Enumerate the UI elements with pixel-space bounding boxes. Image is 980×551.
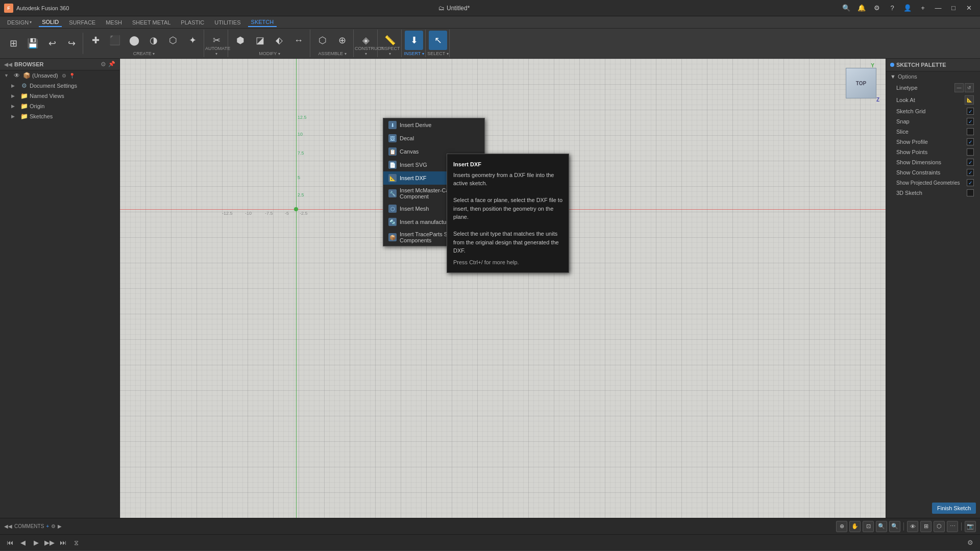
canvas-area[interactable]: 12.5 10 7.5 5 2.5 -12.5 -10 -7.5 -5 -2.5… <box>120 59 886 518</box>
timeline-prev-btn[interactable]: ⏮ <box>4 537 15 548</box>
show-projected-checkbox[interactable]: ✓ <box>967 179 974 186</box>
look-at-label: Look At <box>896 97 965 103</box>
browser-item-unsaved[interactable]: ▼ 👁 📦 (Unsaved) ⚙ 📍 <box>0 70 119 81</box>
insert-icon: ⬇ <box>410 36 418 45</box>
y-axis-label-10: 10 <box>298 132 303 137</box>
design-tab[interactable]: DESIGN ▾ <box>4 18 35 27</box>
notification-button[interactable]: 🔔 <box>854 3 869 13</box>
assemble-icon2: ⊕ <box>338 36 346 45</box>
select-btn[interactable]: ↖ <box>429 31 447 50</box>
viewcube-box[interactable]: TOP <box>846 68 876 98</box>
create-shape-btn[interactable]: ⬛ <box>106 31 124 50</box>
show-dimensions-label: Show Dimensions <box>896 159 967 165</box>
tooltip-line1: Inserts geometry from a DXF file into th… <box>453 171 562 188</box>
mesh-tab[interactable]: MESH <box>103 18 125 27</box>
redo-button[interactable]: ↪ <box>62 34 81 53</box>
grid-button[interactable]: ⊞ <box>4 34 22 53</box>
utilities-tab[interactable]: UTILITIES <box>211 18 243 27</box>
create-circle-btn[interactable]: ⬤ <box>125 31 143 50</box>
browser-item-doc-settings[interactable]: ▶ ⚙ Document Settings <box>0 81 119 91</box>
user-button[interactable]: 👤 <box>900 3 915 13</box>
origin-point <box>294 207 298 211</box>
menu-item-insert-derive[interactable]: ⬇ Insert Derive <box>383 118 484 132</box>
sketch-3d-checkbox[interactable] <box>967 189 974 196</box>
snap-checkbox[interactable]: ✓ <box>967 118 974 125</box>
save-button[interactable]: 💾 <box>23 34 42 53</box>
screenshot-btn[interactable]: 📷 <box>965 521 976 532</box>
timeline-back-btn[interactable]: ◀ <box>17 537 29 548</box>
zoom-extents-btn[interactable]: ⊡ <box>863 521 874 532</box>
browser-item-sketches[interactable]: ▶ 📁 Sketches <box>0 111 119 121</box>
timeline-play-btn[interactable]: ▶ <box>31 537 42 548</box>
settings-button[interactable]: ⚙ <box>870 3 884 13</box>
sketch-tab[interactable]: SKETCH <box>248 18 277 27</box>
modify-btn3[interactable]: ⬖ <box>270 31 288 50</box>
insert-btn[interactable]: ⬇ <box>405 31 423 50</box>
create-poly-btn[interactable]: ⬡ <box>164 31 182 50</box>
zoom-out-btn[interactable]: 🔍 <box>889 521 900 532</box>
x-axis-label-n125: -12.5 <box>222 211 233 216</box>
search-button[interactable]: 🔍 <box>839 3 853 13</box>
timeline-settings-btn[interactable]: ⚙ <box>965 537 976 548</box>
insert-dxf-icon: 📐 <box>388 174 397 182</box>
browser-item-named-views[interactable]: ▶ 📁 Named Views <box>0 91 119 101</box>
browser-settings-icon[interactable]: ⚙ <box>101 61 106 68</box>
help-button[interactable]: ? <box>885 3 899 13</box>
traceparts-icon: 📦 <box>388 233 397 241</box>
assemble-btn2[interactable]: ⊕ <box>333 31 351 50</box>
comments-add-icon[interactable]: + <box>46 523 49 529</box>
linetype-btn1[interactable]: — <box>954 83 964 92</box>
show-profile-row: Show Profile ✓ <box>886 137 980 147</box>
finish-sketch-button[interactable]: Finish Sketch <box>932 503 976 514</box>
more-settings-btn[interactable]: ⋯ <box>947 521 958 532</box>
undo-button[interactable]: ↩ <box>43 34 61 53</box>
view-settings-btn[interactable]: ⬡ <box>934 521 945 532</box>
menu-item-decal[interactable]: 🖼 Decal <box>383 132 484 145</box>
assemble-btn1[interactable]: ⬡ <box>313 31 332 50</box>
surface-tab[interactable]: SURFACE <box>66 18 99 27</box>
solid-tab[interactable]: SOLID <box>39 18 62 27</box>
close-button[interactable]: ✕ <box>962 3 976 13</box>
show-constraints-checkbox[interactable]: ✓ <box>967 169 974 176</box>
eye-icon: 👁 <box>13 71 21 80</box>
look-at-btn[interactable]: 📐 <box>965 95 974 105</box>
sketch-palette-header: SKETCH PALETTE <box>886 59 980 71</box>
show-dimensions-checkbox[interactable]: ✓ <box>967 159 974 166</box>
viewcube[interactable]: TOP Y Z <box>841 63 881 104</box>
browser-pin-icon[interactable]: 📌 <box>108 61 115 68</box>
expand-sketches-icon: ▶ <box>11 114 18 119</box>
browser-panel: ◀◀ BROWSER ⚙ 📌 ▼ 👁 📦 (Unsaved) ⚙ 📍 ▶ ⚙ D… <box>0 59 120 518</box>
comments-expand-icon[interactable]: ▶ <box>58 523 62 529</box>
modify-btn4[interactable]: ↔ <box>289 31 308 50</box>
display-settings-btn[interactable]: 👁 <box>907 521 918 532</box>
browser-item-origin[interactable]: ▶ 📁 Origin <box>0 101 119 111</box>
sheet-metal-tab[interactable]: SHEET METAL <box>129 18 174 27</box>
minimize-button[interactable]: — <box>931 3 945 13</box>
options-section-header[interactable]: ▼ Options <box>886 71 980 82</box>
grid-settings-btn[interactable]: ⊞ <box>920 521 932 532</box>
modify-btn2[interactable]: ◪ <box>251 31 269 50</box>
timeline-forward-btn[interactable]: ▶▶ <box>44 537 55 548</box>
expand-left-icon[interactable]: ◀◀ <box>4 523 12 529</box>
sketch-grid-checkbox[interactable]: ✓ <box>967 108 974 115</box>
linetype-btn2[interactable]: ↺ <box>965 83 974 92</box>
comments-settings-icon[interactable]: ⚙ <box>51 523 56 529</box>
timeline-next-btn[interactable]: ⏭ <box>57 537 68 548</box>
timeline-marker-btn[interactable]: ⧖ <box>70 537 82 548</box>
create-more-btn[interactable]: ✦ <box>183 31 202 50</box>
create-line-btn[interactable]: ✚ <box>86 31 105 50</box>
create-arc-btn[interactable]: ◑ <box>144 31 163 50</box>
orbit-btn[interactable]: ⊕ <box>836 521 847 532</box>
plastic-tab[interactable]: PLASTIC <box>178 18 207 27</box>
sketch-3d-row: 3D Sketch <box>886 188 980 198</box>
insert-derive-label: Insert Derive <box>400 122 431 128</box>
new-tab-button[interactable]: + <box>916 3 930 13</box>
slice-label: Slice <box>896 129 967 135</box>
zoom-in-btn[interactable]: 🔍 <box>876 521 887 532</box>
show-profile-checkbox[interactable]: ✓ <box>967 138 974 145</box>
maximize-button[interactable]: □ <box>946 3 961 13</box>
show-points-checkbox[interactable] <box>967 148 974 156</box>
modify-btn1[interactable]: ⬢ <box>231 31 250 50</box>
pan-btn[interactable]: ✋ <box>849 521 861 532</box>
slice-checkbox[interactable] <box>967 128 974 135</box>
